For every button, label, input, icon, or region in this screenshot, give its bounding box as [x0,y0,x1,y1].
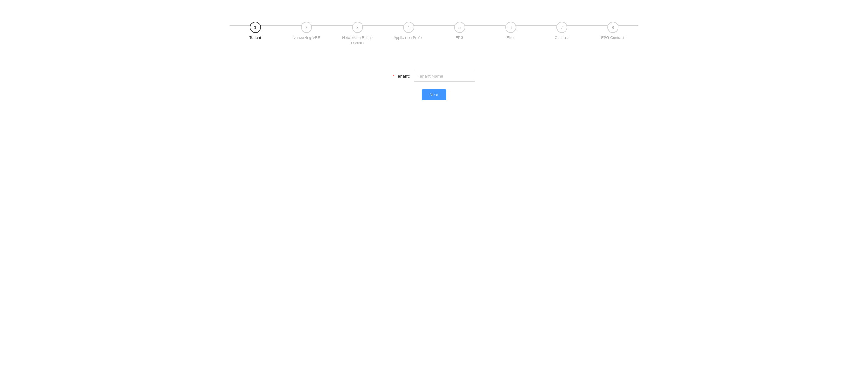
tenant-label: * Tenant: [393,74,409,79]
step-3-label: Networking-BridgeDomain [342,35,373,46]
step-3: 3 Networking-BridgeDomain [332,22,383,46]
required-star: * [393,74,394,79]
step-6: 6 Filter [485,22,536,40]
page-container: 1 Tenant 2 Networking-VRF 3 Networking-B… [217,0,651,119]
step-8: 8 EPG-Contract [587,22,638,40]
step-8-label: EPG-Contract [601,35,624,40]
step-8-circle: 8 [607,22,619,33]
step-7-circle: 7 [556,22,567,33]
step-2-circle: 2 [301,22,312,33]
next-button[interactable]: Next [422,89,446,101]
tenant-row: * Tenant: [393,70,475,82]
step-4-circle: 4 [403,22,414,33]
step-5-label: EPG [456,35,463,40]
step-6-label: Filter [506,35,515,40]
step-5-circle: 5 [454,22,465,33]
tenant-label-text: Tenant: [396,74,410,79]
step-4-label: Application Profile [394,35,423,40]
step-2: 2 Networking-VRF [281,22,332,40]
form-container: * Tenant: Next [230,70,638,101]
step-5: 5 EPG [434,22,485,40]
tenant-input[interactable] [413,70,475,82]
step-1-label: Tenant [249,35,261,40]
step-1-circle: 1 [250,22,261,33]
step-3-circle: 3 [352,22,363,33]
step-4: 4 Application Profile [383,22,434,40]
stepper: 1 Tenant 2 Networking-VRF 3 Networking-B… [230,19,638,46]
step-2-label: Networking-VRF [292,35,320,40]
step-7: 7 Contract [536,22,587,40]
step-7-label: Contract [555,35,569,40]
step-1: 1 Tenant [230,22,281,40]
step-6-circle: 6 [505,22,516,33]
